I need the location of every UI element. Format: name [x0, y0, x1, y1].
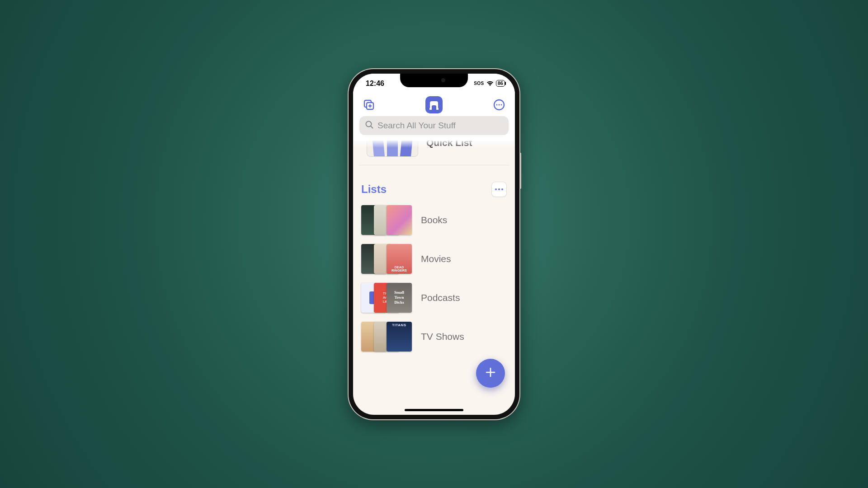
more-menu-button[interactable]: [491, 97, 507, 113]
wifi-icon: [486, 81, 494, 86]
list-thumbnails: [361, 205, 413, 235]
svg-point-9: [501, 104, 502, 105]
lists-section-header: Lists: [353, 174, 515, 201]
search-input[interactable]: [377, 121, 503, 131]
sos-indicator: SOS: [474, 81, 484, 86]
nav-bar: [353, 94, 515, 116]
list-row-books[interactable]: Books: [353, 201, 515, 239]
svg-rect-4: [429, 108, 431, 110]
app-logo-icon[interactable]: [425, 96, 443, 113]
list-row-podcasts[interactable]: Podcasts: [353, 278, 515, 317]
list-label: Books: [421, 215, 447, 225]
svg-point-13: [498, 188, 500, 190]
notch: [400, 74, 468, 87]
list-thumbnails: [361, 244, 413, 274]
screen: 12:46 SOS 86: [353, 74, 515, 415]
svg-point-8: [499, 104, 500, 105]
svg-point-10: [366, 121, 372, 127]
list-label: TV Shows: [421, 331, 464, 342]
list-row-tv-shows[interactable]: TV Shows: [353, 317, 515, 356]
list-thumbnails: [361, 322, 413, 352]
cover-icon: [387, 244, 412, 274]
list-label: Podcasts: [421, 292, 460, 303]
cover-icon: [387, 283, 412, 313]
search-field[interactable]: [359, 116, 509, 135]
phone-frame: 12:46 SOS 86: [349, 69, 519, 419]
svg-point-7: [496, 104, 498, 105]
add-collection-button[interactable]: [361, 97, 377, 113]
cover-icon: [387, 322, 412, 352]
svg-point-14: [501, 188, 503, 190]
lists-more-button[interactable]: [491, 182, 507, 197]
cover-icon: [387, 205, 412, 235]
search-container: [353, 116, 515, 141]
svg-rect-5: [437, 108, 439, 110]
svg-line-11: [371, 126, 373, 128]
add-button[interactable]: [476, 359, 505, 388]
battery-indicator: 86: [496, 80, 505, 87]
status-right: SOS 86: [474, 80, 505, 87]
status-time: 12:46: [366, 80, 384, 88]
lists-section-title: Lists: [361, 183, 387, 196]
list-thumbnails: [361, 283, 413, 313]
svg-point-12: [495, 188, 497, 190]
search-icon: [365, 120, 374, 131]
home-indicator[interactable]: [405, 409, 463, 411]
list-label: Movies: [421, 253, 451, 264]
list-row-movies[interactable]: Movies: [353, 239, 515, 278]
plus-icon: [484, 365, 497, 381]
